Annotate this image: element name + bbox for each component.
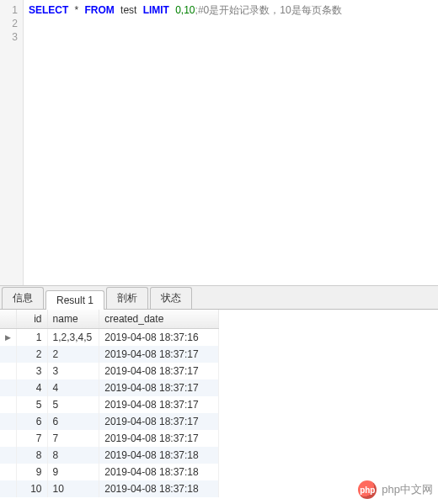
cell-name[interactable]: 2 xyxy=(47,346,99,363)
line-number: 1 xyxy=(0,3,23,17)
row-marker xyxy=(0,430,17,447)
table-row[interactable]: 3 3 2019-04-08 18:37:17 xyxy=(0,363,219,379)
table-row[interactable]: 8 8 2019-04-08 18:37:18 xyxy=(0,447,219,464)
row-marker xyxy=(0,447,17,464)
token-star: * xyxy=(75,4,79,16)
editor-gutter: 1 2 3 xyxy=(0,0,24,285)
cell-name[interactable]: 5 xyxy=(47,396,99,413)
table-row[interactable]: 2 2 2019-04-08 18:37:17 xyxy=(0,346,219,363)
token-comment: ;#0是开始记录数，10是每页条数 xyxy=(195,4,342,16)
grid-header-row: id name created_date xyxy=(0,310,219,329)
table-row[interactable]: ▶ 1 1,2,3,4,5 2019-04-08 18:37:16 xyxy=(0,329,219,347)
cell-created-date[interactable]: 2019-04-08 18:37:17 xyxy=(99,413,219,430)
grid-header-name[interactable]: name xyxy=(47,310,99,329)
keyword-select: SELECT xyxy=(29,4,68,16)
cell-created-date[interactable]: 2019-04-08 18:37:17 xyxy=(99,396,219,413)
row-marker-icon: ▶ xyxy=(0,329,17,347)
tab-result-1[interactable]: Result 1 xyxy=(45,290,104,310)
cell-created-date[interactable]: 2019-04-08 18:37:17 xyxy=(99,346,219,363)
row-marker xyxy=(0,346,17,363)
table-row[interactable]: 10 10 2019-04-08 18:37:18 xyxy=(0,480,219,497)
watermark: php php中文网 xyxy=(358,480,433,499)
keyword-limit: LIMIT xyxy=(143,4,169,16)
cell-created-date[interactable]: 2019-04-08 18:37:17 xyxy=(99,363,219,379)
tab-status[interactable]: 状态 xyxy=(150,287,192,309)
cell-name[interactable]: 4 xyxy=(47,379,99,396)
cell-created-date[interactable]: 2019-04-08 18:37:16 xyxy=(99,329,219,347)
cell-created-date[interactable]: 2019-04-08 18:37:17 xyxy=(99,430,219,447)
cell-id[interactable]: 5 xyxy=(17,396,48,413)
grid-header-id[interactable]: id xyxy=(17,310,48,329)
tab-info[interactable]: 信息 xyxy=(2,287,44,309)
cell-name[interactable]: 9 xyxy=(47,464,99,480)
cell-name[interactable]: 10 xyxy=(47,480,99,497)
cell-name[interactable]: 8 xyxy=(47,447,99,464)
cell-created-date[interactable]: 2019-04-08 18:37:18 xyxy=(99,480,219,497)
grid-header-marker xyxy=(0,310,17,329)
token-limit-args: 0,10 xyxy=(175,4,195,16)
cell-name[interactable]: 6 xyxy=(47,413,99,430)
cell-id[interactable]: 1 xyxy=(17,329,48,347)
cell-id[interactable]: 6 xyxy=(17,413,48,430)
line-number: 3 xyxy=(0,30,23,44)
line-number: 2 xyxy=(0,17,23,30)
table-row[interactable]: 7 7 2019-04-08 18:37:17 xyxy=(0,430,219,447)
watermark-logo-icon: php xyxy=(358,480,377,499)
cell-created-date[interactable]: 2019-04-08 18:37:17 xyxy=(99,379,219,396)
cell-id[interactable]: 10 xyxy=(17,480,48,497)
row-marker xyxy=(0,379,17,396)
editor-code[interactable]: SELECT * FROM test LIMIT 0,10;#0是开始记录数，1… xyxy=(24,0,438,285)
cell-id[interactable]: 2 xyxy=(17,346,48,363)
row-marker xyxy=(0,396,17,413)
row-marker xyxy=(0,363,17,379)
cell-created-date[interactable]: 2019-04-08 18:37:18 xyxy=(99,464,219,480)
cell-created-date[interactable]: 2019-04-08 18:37:18 xyxy=(99,447,219,464)
keyword-from: FROM xyxy=(84,4,114,16)
row-marker xyxy=(0,464,17,480)
cell-id[interactable]: 4 xyxy=(17,379,48,396)
watermark-text: php中文网 xyxy=(382,482,433,497)
cell-id[interactable]: 7 xyxy=(17,430,48,447)
cell-id[interactable]: 8 xyxy=(17,447,48,464)
table-row[interactable]: 5 5 2019-04-08 18:37:17 xyxy=(0,396,219,413)
row-marker xyxy=(0,413,17,430)
result-grid[interactable]: id name created_date ▶ 1 1,2,3,4,5 2019-… xyxy=(0,310,219,497)
cell-id[interactable]: 3 xyxy=(17,363,48,379)
grid-header-created-date[interactable]: created_date xyxy=(99,310,219,329)
cell-name[interactable]: 1,2,3,4,5 xyxy=(47,329,99,347)
grid-body: ▶ 1 1,2,3,4,5 2019-04-08 18:37:16 2 2 20… xyxy=(0,329,219,498)
tab-profile[interactable]: 剖析 xyxy=(106,287,148,309)
table-row[interactable]: 9 9 2019-04-08 18:37:18 xyxy=(0,464,219,480)
cell-name[interactable]: 3 xyxy=(47,363,99,379)
result-grid-wrapper: id name created_date ▶ 1 1,2,3,4,5 2019-… xyxy=(0,310,438,497)
cell-id[interactable]: 9 xyxy=(17,464,48,480)
result-tabs: 信息 Result 1 剖析 状态 xyxy=(0,286,438,310)
cell-name[interactable]: 7 xyxy=(47,430,99,447)
table-row[interactable]: 6 6 2019-04-08 18:37:17 xyxy=(0,413,219,430)
table-row[interactable]: 4 4 2019-04-08 18:37:17 xyxy=(0,379,219,396)
sql-editor[interactable]: 1 2 3 SELECT * FROM test LIMIT 0,10;#0是开… xyxy=(0,0,438,286)
token-table: test xyxy=(120,4,136,16)
row-marker xyxy=(0,480,17,497)
